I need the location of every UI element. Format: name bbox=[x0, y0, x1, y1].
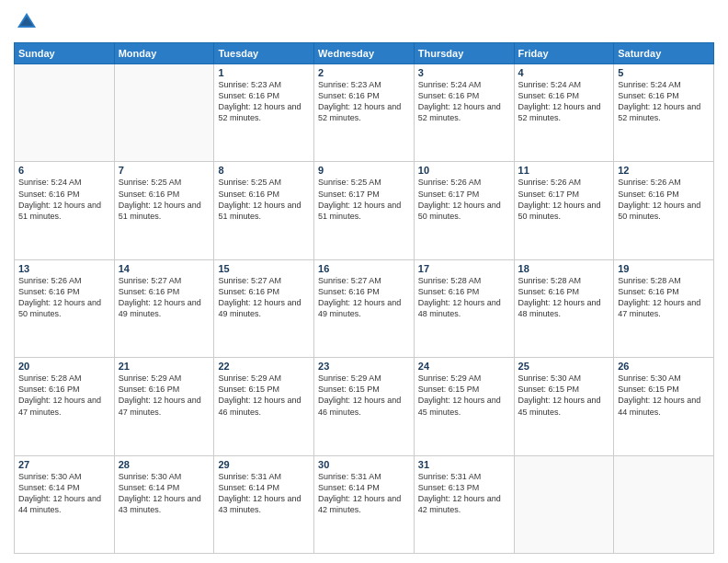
calendar-cell: 9Sunrise: 5:25 AM Sunset: 6:17 PM Daylig… bbox=[314, 162, 415, 259]
day-info: Sunrise: 5:24 AM Sunset: 6:16 PM Dayligh… bbox=[18, 177, 110, 222]
day-info: Sunrise: 5:30 AM Sunset: 6:15 PM Dayligh… bbox=[618, 373, 710, 418]
calendar-cell: 12Sunrise: 5:26 AM Sunset: 6:16 PM Dayli… bbox=[614, 162, 714, 259]
calendar-cell bbox=[614, 455, 714, 553]
day-info: Sunrise: 5:28 AM Sunset: 6:16 PM Dayligh… bbox=[518, 275, 610, 320]
calendar-week-row: 1Sunrise: 5:23 AM Sunset: 6:16 PM Daylig… bbox=[15, 64, 714, 162]
calendar-cell: 25Sunrise: 5:30 AM Sunset: 6:15 PM Dayli… bbox=[514, 358, 614, 455]
day-info: Sunrise: 5:30 AM Sunset: 6:14 PM Dayligh… bbox=[18, 471, 110, 516]
calendar-cell: 3Sunrise: 5:24 AM Sunset: 6:16 PM Daylig… bbox=[414, 64, 514, 162]
calendar-cell: 26Sunrise: 5:30 AM Sunset: 6:15 PM Dayli… bbox=[614, 358, 714, 455]
day-info: Sunrise: 5:29 AM Sunset: 6:15 PM Dayligh… bbox=[418, 373, 510, 418]
calendar-table: SundayMondayTuesdayWednesdayThursdayFrid… bbox=[14, 42, 714, 554]
calendar-cell bbox=[514, 455, 614, 553]
calendar-cell: 18Sunrise: 5:28 AM Sunset: 6:16 PM Dayli… bbox=[514, 259, 614, 357]
calendar-cell: 23Sunrise: 5:29 AM Sunset: 6:15 PM Dayli… bbox=[314, 358, 415, 455]
day-info: Sunrise: 5:25 AM Sunset: 6:16 PM Dayligh… bbox=[119, 177, 210, 222]
calendar-day-header: Monday bbox=[114, 43, 214, 64]
day-info: Sunrise: 5:28 AM Sunset: 6:16 PM Dayligh… bbox=[18, 373, 110, 418]
day-number: 30 bbox=[318, 459, 410, 470]
day-number: 19 bbox=[618, 263, 710, 274]
calendar-day-header: Tuesday bbox=[214, 43, 314, 64]
day-info: Sunrise: 5:27 AM Sunset: 6:16 PM Dayligh… bbox=[119, 275, 210, 320]
day-info: Sunrise: 5:24 AM Sunset: 6:16 PM Dayligh… bbox=[518, 79, 610, 124]
day-info: Sunrise: 5:24 AM Sunset: 6:16 PM Dayligh… bbox=[418, 79, 510, 124]
day-info: Sunrise: 5:25 AM Sunset: 6:16 PM Dayligh… bbox=[218, 177, 310, 222]
day-info: Sunrise: 5:27 AM Sunset: 6:16 PM Dayligh… bbox=[218, 275, 310, 320]
day-info: Sunrise: 5:28 AM Sunset: 6:16 PM Dayligh… bbox=[618, 275, 710, 320]
day-number: 1 bbox=[218, 67, 310, 78]
page: SundayMondayTuesdayWednesdayThursdayFrid… bbox=[0, 0, 728, 563]
day-info: Sunrise: 5:25 AM Sunset: 6:17 PM Dayligh… bbox=[318, 177, 410, 222]
calendar-cell: 31Sunrise: 5:31 AM Sunset: 6:13 PM Dayli… bbox=[414, 455, 514, 553]
day-number: 10 bbox=[418, 165, 510, 176]
day-info: Sunrise: 5:29 AM Sunset: 6:15 PM Dayligh… bbox=[218, 373, 310, 418]
day-number: 21 bbox=[119, 361, 210, 372]
day-info: Sunrise: 5:24 AM Sunset: 6:16 PM Dayligh… bbox=[618, 79, 710, 124]
day-number: 28 bbox=[119, 459, 210, 470]
calendar-day-header: Sunday bbox=[15, 43, 115, 64]
day-info: Sunrise: 5:26 AM Sunset: 6:17 PM Dayligh… bbox=[418, 177, 510, 222]
day-number: 7 bbox=[119, 165, 210, 176]
day-number: 17 bbox=[418, 263, 510, 274]
calendar-cell: 1Sunrise: 5:23 AM Sunset: 6:16 PM Daylig… bbox=[214, 64, 314, 162]
day-info: Sunrise: 5:29 AM Sunset: 6:15 PM Dayligh… bbox=[318, 373, 410, 418]
calendar-week-row: 13Sunrise: 5:26 AM Sunset: 6:16 PM Dayli… bbox=[15, 259, 714, 357]
calendar-cell: 15Sunrise: 5:27 AM Sunset: 6:16 PM Dayli… bbox=[214, 259, 314, 357]
day-info: Sunrise: 5:28 AM Sunset: 6:16 PM Dayligh… bbox=[418, 275, 510, 320]
calendar-cell: 19Sunrise: 5:28 AM Sunset: 6:16 PM Dayli… bbox=[614, 259, 714, 357]
day-number: 2 bbox=[318, 67, 410, 78]
header bbox=[14, 9, 714, 35]
day-number: 23 bbox=[318, 361, 410, 372]
day-info: Sunrise: 5:31 AM Sunset: 6:14 PM Dayligh… bbox=[318, 471, 410, 516]
day-number: 9 bbox=[318, 165, 410, 176]
calendar-cell: 29Sunrise: 5:31 AM Sunset: 6:14 PM Dayli… bbox=[214, 455, 314, 553]
day-number: 25 bbox=[518, 361, 610, 372]
logo-icon bbox=[14, 9, 40, 35]
day-number: 27 bbox=[18, 459, 110, 470]
day-number: 5 bbox=[618, 67, 710, 78]
day-number: 31 bbox=[418, 459, 510, 470]
day-info: Sunrise: 5:31 AM Sunset: 6:13 PM Dayligh… bbox=[418, 471, 510, 516]
day-number: 11 bbox=[518, 165, 610, 176]
day-info: Sunrise: 5:26 AM Sunset: 6:16 PM Dayligh… bbox=[18, 275, 110, 320]
day-number: 24 bbox=[418, 361, 510, 372]
calendar-day-header: Friday bbox=[514, 43, 614, 64]
calendar-day-header: Saturday bbox=[614, 43, 714, 64]
day-number: 12 bbox=[618, 165, 710, 176]
day-number: 16 bbox=[318, 263, 410, 274]
calendar-cell: 8Sunrise: 5:25 AM Sunset: 6:16 PM Daylig… bbox=[214, 162, 314, 259]
calendar-cell: 22Sunrise: 5:29 AM Sunset: 6:15 PM Dayli… bbox=[214, 358, 314, 455]
calendar-cell: 5Sunrise: 5:24 AM Sunset: 6:16 PM Daylig… bbox=[614, 64, 714, 162]
calendar-week-row: 6Sunrise: 5:24 AM Sunset: 6:16 PM Daylig… bbox=[15, 162, 714, 259]
day-info: Sunrise: 5:29 AM Sunset: 6:16 PM Dayligh… bbox=[119, 373, 210, 418]
day-number: 14 bbox=[119, 263, 210, 274]
calendar-cell: 6Sunrise: 5:24 AM Sunset: 6:16 PM Daylig… bbox=[15, 162, 115, 259]
calendar-header-row: SundayMondayTuesdayWednesdayThursdayFrid… bbox=[15, 43, 714, 64]
calendar-cell: 2Sunrise: 5:23 AM Sunset: 6:16 PM Daylig… bbox=[314, 64, 415, 162]
calendar-cell: 10Sunrise: 5:26 AM Sunset: 6:17 PM Dayli… bbox=[414, 162, 514, 259]
day-number: 22 bbox=[218, 361, 310, 372]
day-number: 13 bbox=[18, 263, 110, 274]
day-info: Sunrise: 5:26 AM Sunset: 6:17 PM Dayligh… bbox=[518, 177, 610, 222]
calendar-week-row: 27Sunrise: 5:30 AM Sunset: 6:14 PM Dayli… bbox=[15, 455, 714, 553]
calendar-week-row: 20Sunrise: 5:28 AM Sunset: 6:16 PM Dayli… bbox=[15, 358, 714, 455]
calendar-cell bbox=[114, 64, 214, 162]
day-number: 26 bbox=[618, 361, 710, 372]
day-info: Sunrise: 5:30 AM Sunset: 6:15 PM Dayligh… bbox=[518, 373, 610, 418]
day-number: 3 bbox=[418, 67, 510, 78]
calendar-day-header: Thursday bbox=[414, 43, 514, 64]
day-number: 20 bbox=[18, 361, 110, 372]
calendar-cell: 21Sunrise: 5:29 AM Sunset: 6:16 PM Dayli… bbox=[114, 358, 214, 455]
day-info: Sunrise: 5:23 AM Sunset: 6:16 PM Dayligh… bbox=[318, 79, 410, 124]
calendar-cell: 11Sunrise: 5:26 AM Sunset: 6:17 PM Dayli… bbox=[514, 162, 614, 259]
calendar-cell: 7Sunrise: 5:25 AM Sunset: 6:16 PM Daylig… bbox=[114, 162, 214, 259]
calendar-cell: 30Sunrise: 5:31 AM Sunset: 6:14 PM Dayli… bbox=[314, 455, 415, 553]
calendar-cell: 27Sunrise: 5:30 AM Sunset: 6:14 PM Dayli… bbox=[15, 455, 115, 553]
day-number: 8 bbox=[218, 165, 310, 176]
day-info: Sunrise: 5:23 AM Sunset: 6:16 PM Dayligh… bbox=[218, 79, 310, 124]
day-info: Sunrise: 5:30 AM Sunset: 6:14 PM Dayligh… bbox=[119, 471, 210, 516]
calendar-cell: 28Sunrise: 5:30 AM Sunset: 6:14 PM Dayli… bbox=[114, 455, 214, 553]
day-number: 6 bbox=[18, 165, 110, 176]
day-info: Sunrise: 5:26 AM Sunset: 6:16 PM Dayligh… bbox=[618, 177, 710, 222]
day-number: 4 bbox=[518, 67, 610, 78]
